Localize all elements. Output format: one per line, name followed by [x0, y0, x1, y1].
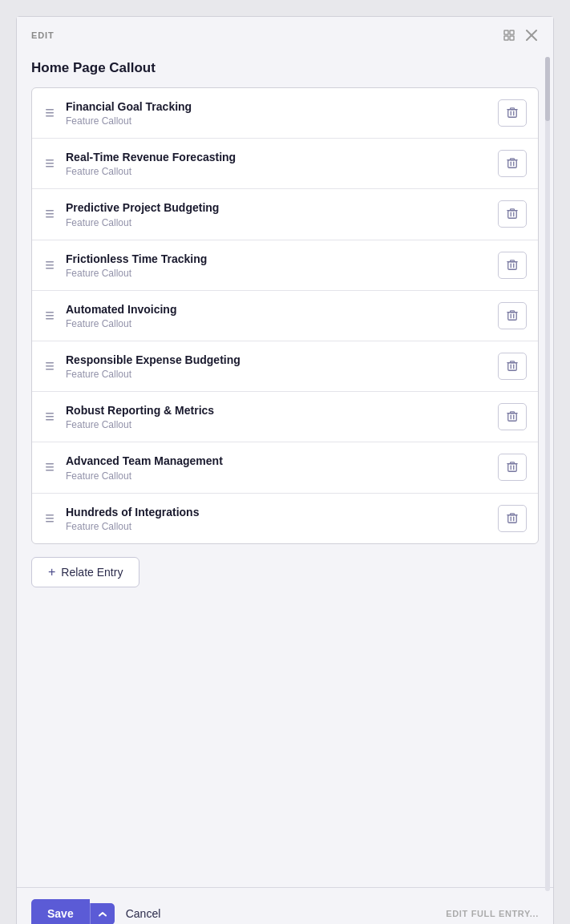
entry-type: Feature Callout — [66, 521, 488, 532]
svg-rect-24 — [46, 216, 54, 218]
svg-rect-6 — [46, 109, 54, 111]
entry-type: Feature Callout — [66, 166, 488, 177]
delete-button[interactable] — [498, 403, 527, 430]
delete-button[interactable] — [498, 353, 527, 380]
svg-rect-25 — [508, 211, 517, 219]
entry-name: Responsible Expense Budgeting — [66, 353, 488, 367]
svg-rect-1 — [510, 30, 514, 34]
svg-rect-17 — [508, 160, 517, 168]
delete-button[interactable] — [498, 252, 527, 279]
panel-footer: Save Cancel EDIT FULL ENTRY... — [17, 887, 553, 924]
entry-name: Real-Time Revenue Forecasting — [66, 150, 488, 164]
svg-rect-23 — [46, 213, 54, 215]
entry-type: Feature Callout — [66, 217, 488, 228]
svg-rect-47 — [46, 365, 54, 367]
drag-handle-icon[interactable] — [43, 157, 56, 170]
edit-panel: EDIT Home Page Callout — [16, 16, 554, 924]
svg-rect-16 — [46, 166, 54, 167]
entry-type: Feature Callout — [66, 318, 488, 329]
entry-name: Frictionless Time Tracking — [66, 252, 488, 266]
drag-handle-icon[interactable] — [43, 512, 56, 525]
entry-info: Real-Time Revenue Forecasting Feature Ca… — [66, 150, 488, 177]
scrollbar-track[interactable] — [545, 57, 550, 891]
svg-rect-32 — [46, 268, 54, 269]
entry-name: Financial Goal Tracking — [66, 99, 488, 114]
entry-info: Automated Invoicing Feature Callout — [66, 302, 488, 329]
table-row: Predictive Project Budgeting Feature Cal… — [32, 189, 538, 240]
svg-rect-3 — [510, 36, 514, 40]
cancel-button[interactable]: Cancel — [115, 899, 172, 924]
svg-rect-22 — [46, 210, 54, 212]
drag-handle-icon[interactable] — [43, 208, 56, 220]
drag-handle-icon[interactable] — [43, 461, 56, 474]
save-button[interactable]: Save — [31, 899, 90, 924]
svg-rect-49 — [508, 363, 517, 371]
entry-name: Automated Invoicing — [66, 302, 488, 317]
entry-info: Predictive Project Budgeting Feature Cal… — [66, 200, 488, 228]
entry-name: Predictive Project Budgeting — [66, 200, 488, 215]
svg-rect-38 — [46, 312, 54, 313]
svg-rect-56 — [46, 419, 54, 421]
entry-info: Advanced Team Management Feature Callout — [66, 454, 488, 481]
svg-rect-72 — [46, 521, 54, 523]
drag-handle-icon[interactable] — [43, 107, 56, 119]
relate-entry-label: Relate Entry — [61, 566, 123, 579]
entry-info: Responsible Expense Budgeting Feature Ca… — [66, 353, 488, 380]
delete-button[interactable] — [498, 150, 527, 177]
svg-rect-41 — [508, 312, 517, 320]
svg-rect-39 — [46, 315, 54, 317]
relate-entry-button[interactable]: + Relate Entry — [31, 557, 139, 587]
entry-info: Robust Reporting & Metrics Feature Callo… — [66, 403, 488, 430]
svg-rect-31 — [46, 264, 54, 266]
edit-full-entry-link[interactable]: EDIT FULL ENTRY... — [446, 909, 539, 918]
delete-button[interactable] — [498, 200, 527, 228]
panel-header-title: EDIT — [31, 30, 55, 40]
svg-rect-64 — [46, 470, 54, 471]
panel-header-actions — [502, 28, 539, 42]
svg-rect-70 — [46, 514, 54, 516]
table-row: Responsible Expense Budgeting Feature Ca… — [32, 341, 538, 392]
entry-name: Hundreds of Integrations — [66, 505, 488, 519]
expand-icon[interactable] — [502, 28, 516, 42]
entry-name: Robust Reporting & Metrics — [66, 403, 488, 418]
svg-rect-7 — [46, 112, 54, 114]
svg-rect-65 — [508, 464, 517, 472]
delete-button[interactable] — [498, 99, 527, 127]
delete-button[interactable] — [498, 302, 527, 329]
entry-type: Feature Callout — [66, 369, 488, 380]
svg-rect-15 — [46, 163, 54, 164]
entry-type: Feature Callout — [66, 470, 488, 482]
entry-info: Financial Goal Tracking Feature Callout — [66, 99, 488, 127]
svg-rect-71 — [46, 518, 54, 519]
svg-rect-62 — [46, 463, 54, 465]
delete-button[interactable] — [498, 454, 527, 481]
table-row: Real-Time Revenue Forecasting Feature Ca… — [32, 139, 538, 189]
entries-list: Financial Goal Tracking Feature Callout — [31, 87, 539, 544]
svg-rect-0 — [504, 30, 508, 34]
save-caret-button[interactable] — [90, 903, 115, 925]
drag-handle-icon[interactable] — [43, 410, 56, 423]
svg-rect-40 — [46, 318, 54, 320]
svg-rect-2 — [504, 36, 508, 40]
drag-handle-icon[interactable] — [43, 309, 56, 322]
table-row: Frictionless Time Tracking Feature Callo… — [32, 240, 538, 291]
svg-rect-55 — [46, 416, 54, 418]
close-icon[interactable] — [524, 28, 539, 42]
svg-rect-46 — [46, 362, 54, 364]
table-row: Automated Invoicing Feature Callout — [32, 291, 538, 341]
svg-rect-9 — [508, 110, 517, 118]
svg-rect-48 — [46, 369, 54, 370]
svg-rect-73 — [508, 514, 517, 523]
table-row: Financial Goal Tracking Feature Callout — [32, 88, 538, 139]
svg-rect-14 — [46, 159, 54, 161]
delete-button[interactable] — [498, 505, 527, 532]
panel-header: EDIT — [17, 17, 553, 50]
footer-left: Save Cancel — [31, 899, 172, 924]
entry-type: Feature Callout — [66, 268, 488, 279]
scrollbar-thumb — [545, 57, 550, 121]
table-row: Hundreds of Integrations Feature Callout — [32, 494, 538, 543]
drag-handle-icon[interactable] — [43, 360, 56, 373]
svg-rect-8 — [46, 115, 54, 117]
drag-handle-icon[interactable] — [43, 259, 56, 272]
entry-type: Feature Callout — [66, 419, 488, 430]
